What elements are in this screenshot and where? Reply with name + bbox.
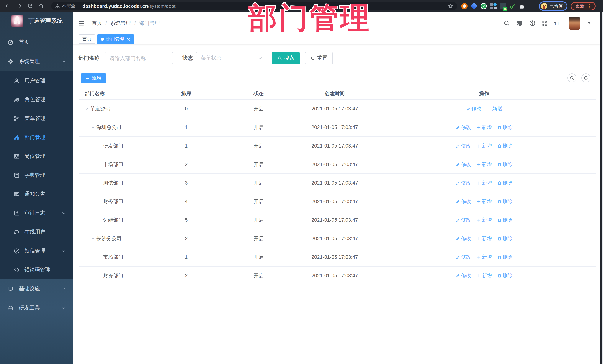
sidebar-item-dev-tools[interactable]: 研发工具: [0, 298, 73, 318]
reload-icon[interactable]: [27, 3, 33, 9]
actions-cell: 修改新增删除: [372, 235, 596, 242]
actions-cell: 修改新增: [372, 105, 596, 112]
window-edge: [600, 12, 602, 364]
modify-link[interactable]: 修改: [455, 217, 471, 223]
sidebar-item-post-management[interactable]: 岗位管理: [0, 147, 73, 166]
check-extension-icon[interactable]: [481, 3, 487, 9]
delete-link[interactable]: 删除: [497, 161, 513, 168]
github-icon[interactable]: [516, 20, 523, 26]
modify-link[interactable]: 修改: [455, 161, 471, 168]
sidebar-item-system-management[interactable]: 系统管理: [0, 52, 73, 71]
modify-link[interactable]: 修改: [455, 124, 471, 131]
add-link[interactable]: 新增: [476, 254, 492, 260]
sort-cell: 3: [153, 180, 220, 186]
add-link[interactable]: 新增: [476, 180, 492, 186]
delete-link[interactable]: 删除: [497, 217, 513, 223]
modify-link[interactable]: 修改: [455, 254, 471, 260]
dept-name-input[interactable]: [105, 52, 173, 65]
dept-name-cell: 运维部门: [79, 217, 153, 223]
sidebar-item-notice-management[interactable]: 通知公告: [0, 185, 73, 203]
delete-link[interactable]: 删除: [497, 272, 513, 279]
delete-link[interactable]: 删除: [497, 198, 513, 205]
avatar-caret-icon[interactable]: [587, 21, 591, 25]
edit-log-icon: [14, 210, 20, 216]
help-icon[interactable]: [529, 20, 535, 26]
status-select[interactable]: 菜单状态: [196, 52, 267, 65]
delete-link[interactable]: 删除: [497, 143, 513, 149]
browser-menu-icon[interactable]: [587, 3, 592, 9]
back-icon[interactable]: [5, 3, 11, 9]
sidebar-item-label: 研发工具: [19, 305, 40, 311]
tags-view-bar: 首页 部门管理: [73, 34, 600, 44]
status-label: 状态: [183, 55, 193, 62]
actions-cell: 修改新增删除: [372, 180, 596, 186]
collapse-sidebar-icon[interactable]: [78, 20, 85, 27]
expand-arrow-icon[interactable]: [91, 125, 95, 129]
add-link[interactable]: 新增: [476, 161, 492, 168]
sidebar-item-dict-management[interactable]: 字典管理: [0, 166, 73, 185]
sidebar-item-menu-management[interactable]: 菜单管理: [0, 109, 73, 128]
add-link[interactable]: 新增: [476, 143, 492, 149]
modify-link[interactable]: 修改: [455, 235, 471, 242]
key-extension-icon[interactable]: [510, 3, 516, 9]
search-icon[interactable]: [504, 20, 510, 26]
browser-update-button[interactable]: 更新: [571, 2, 596, 10]
bookmark-star-icon[interactable]: [448, 3, 453, 9]
reset-button[interactable]: 重置: [305, 52, 333, 65]
navbar-actions: TT: [504, 12, 591, 34]
table-row: 市场部门2开启2021-01-05 17:03:47修改新增删除: [79, 155, 596, 174]
site-security[interactable]: 不安全: [55, 3, 75, 9]
toggle-search-button[interactable]: [567, 73, 576, 82]
home-icon[interactable]: [38, 3, 45, 9]
gem-extension-icon[interactable]: [471, 3, 477, 10]
modify-link[interactable]: 修改: [455, 198, 471, 205]
breadcrumb-home[interactable]: 首页: [92, 20, 102, 26]
tab-home[interactable]: 首页: [79, 34, 95, 44]
sidebar-item-role-management[interactable]: 角色管理: [0, 90, 73, 109]
font-size-icon[interactable]: TT: [554, 20, 560, 26]
actions-cell: 修改新增删除: [372, 143, 596, 149]
sidebar-item-audit-log[interactable]: 审计日志: [0, 203, 73, 222]
close-tab-icon[interactable]: [127, 37, 130, 41]
url-bar[interactable]: 不安全 dashboard.yudao.iocoder.cn/system/de…: [51, 2, 457, 10]
sidebar-item-sms-management[interactable]: 短信管理: [0, 241, 73, 260]
puzzle-extensions-icon[interactable]: [519, 3, 525, 9]
refresh-table-button[interactable]: [581, 73, 590, 82]
fullscreen-icon[interactable]: [542, 20, 548, 26]
add-dept-button[interactable]: 新增: [81, 73, 106, 83]
adblock-extension-icon[interactable]: [461, 3, 468, 9]
proxy-extension-icon[interactable]: on: [500, 3, 506, 9]
sidebar-item-error-code-management[interactable]: 错误码管理: [0, 260, 73, 279]
sidebar-item-home[interactable]: 首页: [0, 33, 73, 52]
delete-link[interactable]: 删除: [497, 254, 513, 260]
action-label: 新增: [482, 124, 492, 131]
modify-link[interactable]: 修改: [455, 143, 471, 149]
add-link[interactable]: 新增: [476, 235, 492, 242]
search-button[interactable]: 搜索: [272, 52, 300, 65]
modify-link[interactable]: 修改: [455, 180, 471, 186]
modify-link[interactable]: 修改: [466, 105, 481, 112]
user-avatar[interactable]: [569, 17, 580, 30]
sidebar-item-dept-management[interactable]: 部门管理: [0, 128, 73, 147]
add-link[interactable]: 新增: [476, 217, 492, 223]
expand-arrow-icon[interactable]: [91, 236, 95, 241]
sidebar-item-user-management[interactable]: 用户管理: [0, 71, 73, 90]
profile-chip[interactable]: 已暂停: [539, 1, 567, 11]
add-link[interactable]: 新增: [476, 198, 492, 205]
expand-arrow-icon[interactable]: [85, 107, 89, 111]
tab-dept-management[interactable]: 部门管理: [97, 34, 134, 44]
tiles-extension-icon[interactable]: [490, 3, 497, 9]
delete-link[interactable]: 删除: [497, 180, 513, 186]
forward-icon[interactable]: [16, 3, 22, 9]
add-link[interactable]: 新增: [476, 272, 492, 279]
delete-link[interactable]: 删除: [497, 124, 513, 131]
sidebar-item-online-users[interactable]: 在线用户: [0, 222, 73, 241]
sidebar-item-infrastructure[interactable]: 基础设施: [0, 279, 73, 298]
delete-link[interactable]: 删除: [497, 235, 513, 242]
modify-link[interactable]: 修改: [455, 272, 471, 279]
app-logo-row[interactable]: 芋道管理系统: [0, 12, 73, 30]
add-link[interactable]: 新增: [476, 124, 492, 131]
breadcrumb-system[interactable]: 系统管理: [110, 20, 131, 26]
update-label: 更新: [576, 3, 584, 9]
add-link[interactable]: 新增: [487, 105, 502, 112]
